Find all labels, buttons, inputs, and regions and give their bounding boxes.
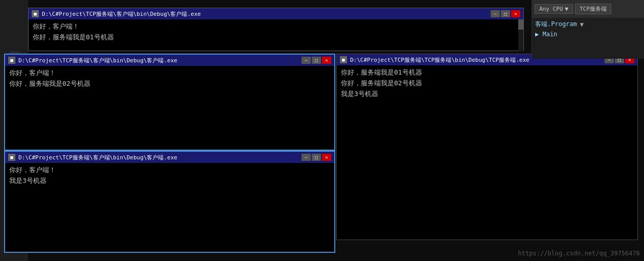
console-client1-controls: — □ ✕: [302, 57, 331, 64]
program-label: 客端.Program: [535, 20, 577, 29]
client2-maximize-button[interactable]: □: [312, 154, 321, 161]
console-main-line1: 你好，客户端！: [33, 21, 519, 32]
console-main: ■ D:\C#Project\TCP服务端\客户端\bin\Debug\客户端.…: [28, 8, 524, 51]
client2-minimize-button[interactable]: —: [302, 154, 311, 161]
cpu-label: Any CPU: [539, 6, 563, 12]
client1-minimize-button[interactable]: —: [302, 57, 311, 64]
console-server-line1: 你好，服务端我是01号机器: [341, 67, 633, 78]
console-server-line3: 我是3号机器: [341, 89, 633, 100]
console-main-icon: ■: [32, 10, 39, 17]
console-client1-icon: ■: [8, 57, 15, 64]
console-main-titlebar[interactable]: ■ D:\C#Project\TCP服务端\客户端\bin\Debug\客户端.…: [29, 8, 523, 19]
console-main-scrollbar[interactable]: [518, 19, 523, 52]
dropdown-arrow: ▼: [580, 21, 584, 28]
cpu-selector[interactable]: Any CPU ▼: [535, 4, 573, 14]
console-client1: ■ D:\C#Project\TCP服务端\客户端\bin\Debug\客户端.…: [4, 54, 335, 151]
console-client2-line1: 你好，客户端！: [9, 165, 330, 176]
console-main-title: D:\C#Project\TCP服务端\客户端\bin\Debug\客户端.ex…: [42, 10, 488, 18]
console-client2-titlebar[interactable]: ■ D:\C#Project\TCP服务端\客户端\bin\Debug\客户端.…: [5, 152, 334, 163]
console-server-line2: 你好，服务端我是02号机器: [341, 78, 633, 89]
console-server: ■ D:\C#Project\TCP服务端\TCP服务端\bin\Debug\T…: [336, 54, 638, 240]
console-client2-controls: — □ ✕: [302, 154, 331, 161]
console-client1-content: 你好，客户端！ 你好，服务端我是02号机器: [5, 66, 334, 91]
console-client2-title: D:\C#Project\TCP服务端\客户端\bin\Debug\客户端.ex…: [18, 154, 298, 161]
console-client1-title: D:\C#Project\TCP服务端\客户端\bin\Debug\客户端.ex…: [18, 57, 298, 64]
console-server-content: 你好，服务端我是01号机器 你好，服务端我是02号机器 我是3号机器: [337, 65, 637, 101]
watermark-url: https://blog.csdn.net/qq_39756476: [518, 250, 640, 257]
service-label: TCP服务端: [575, 4, 611, 14]
console-client1-titlebar[interactable]: ■ D:\C#Project\TCP服务端\客户端\bin\Debug\客户端.…: [5, 55, 334, 66]
main-label: ▶ Main: [535, 31, 557, 38]
console-main-controls: — □ ✕: [491, 10, 520, 17]
close-button[interactable]: ✕: [511, 10, 520, 17]
console-main-line2: 你好，服务端我是01号机器: [33, 32, 519, 43]
console-main-scroll-thumb: [518, 19, 523, 30]
console-client2: ■ D:\C#Project\TCP服务端\客户端\bin\Debug\客户端.…: [4, 151, 335, 253]
maximize-button[interactable]: □: [501, 10, 510, 17]
client1-close-button[interactable]: ✕: [322, 57, 331, 64]
vs-toolbar: Any CPU ▼ TCP服务端: [532, 0, 644, 18]
client2-close-button[interactable]: ✕: [322, 154, 331, 161]
vs-editor-panel: 客端.Program ▼ ▶ Main: [532, 18, 644, 59]
console-server-icon: ■: [340, 56, 347, 63]
console-client1-line1: 你好，客户端！: [9, 68, 330, 79]
client1-maximize-button[interactable]: □: [312, 57, 321, 64]
cpu-dropdown-arrow: ▼: [565, 6, 568, 12]
watermark: https://blog.csdn.net/qq_39756476: [518, 250, 640, 257]
console-client2-line2: 我是3号机器: [9, 176, 330, 186]
console-client2-icon: ■: [8, 154, 15, 161]
console-client1-line2: 你好，服务端我是02号机器: [9, 79, 330, 89]
minimize-button[interactable]: —: [491, 10, 500, 17]
console-main-content: 你好，客户端！ 你好，服务端我是01号机器: [29, 19, 523, 45]
console-client2-content: 你好，客户端！ 我是3号机器: [5, 163, 334, 188]
